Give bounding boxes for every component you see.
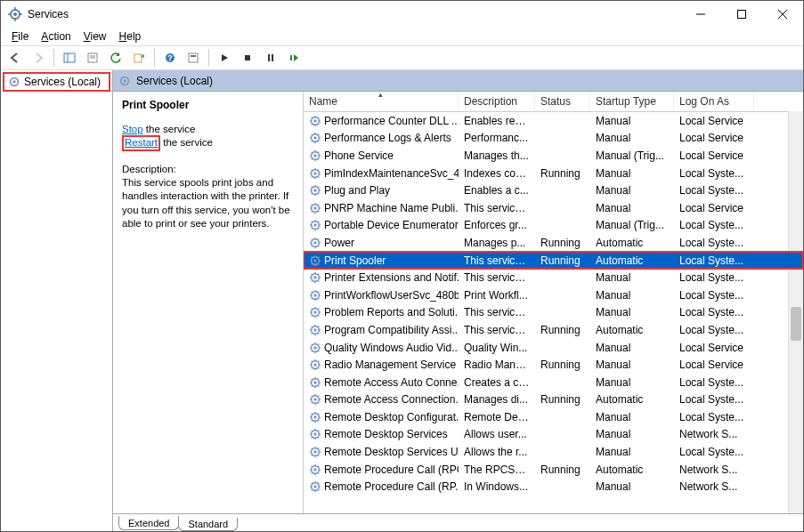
service-row[interactable]: Remote Access Connection...Manages di...… (304, 391, 803, 409)
services-header-icon (118, 75, 131, 87)
service-name: Performance Counter DLL ... (324, 115, 459, 127)
column-header-description[interactable]: Description (459, 92, 535, 111)
tree-node-services-local[interactable]: Services (Local) (3, 72, 110, 92)
service-row[interactable]: Phone ServiceManages th...Manual (Trig..… (304, 147, 803, 165)
service-startup: Manual (590, 202, 674, 214)
service-name: Plug and Play (324, 184, 390, 197)
properties-button[interactable] (82, 48, 103, 68)
stop-service-link[interactable]: Stop (122, 124, 143, 134)
svg-line-137 (318, 298, 319, 299)
svg-rect-19 (191, 55, 196, 57)
service-row[interactable]: Radio Management ServiceRadio Mana...Run… (304, 356, 803, 374)
service-desc: Remote Des... (459, 411, 535, 423)
service-row[interactable]: Remote Desktop Configurat...Remote Des..… (304, 408, 803, 426)
scrollbar-thumb[interactable] (791, 307, 801, 341)
service-row[interactable]: Remote Access Auto Conne...Creates a co.… (304, 374, 803, 391)
svg-line-216 (312, 438, 313, 439)
service-row[interactable]: Quality Windows Audio Vid...Quality Win.… (304, 339, 803, 357)
service-startup: Manual (590, 411, 674, 423)
svg-line-146 (312, 315, 313, 316)
toolbar-icon[interactable] (183, 48, 204, 68)
service-desc: This service ... (459, 254, 535, 267)
start-service-button[interactable] (214, 48, 235, 68)
scrollbar-vertical[interactable] (788, 111, 803, 513)
svg-line-167 (318, 351, 319, 351)
service-row[interactable]: Program Compatibility Assi...This servic… (304, 321, 803, 339)
service-row[interactable]: Printer Extensions and Notif...This serv… (304, 269, 803, 286)
svg-line-166 (312, 351, 313, 351)
column-header-name[interactable]: ▴Name (304, 92, 459, 111)
svg-line-106 (312, 246, 313, 246)
back-button[interactable] (4, 48, 26, 68)
list-rows[interactable]: Performance Counter DLL ...Enables rem..… (304, 112, 803, 513)
services-list-panel: ▴Name Description Status Startup Type Lo… (304, 92, 803, 513)
service-row[interactable]: PimIndexMaintenanceSvc_4...Indexes con..… (304, 165, 803, 182)
pause-service-button[interactable] (260, 48, 281, 68)
list-header: ▴Name Description Status Startup Type Lo… (304, 92, 803, 112)
service-row[interactable]: PNRP Machine Name Publi...This service .… (304, 199, 803, 217)
stop-service-button[interactable] (237, 48, 258, 68)
service-startup: Manual (Trig... (590, 219, 674, 231)
column-header-logon[interactable]: Log On As (674, 92, 754, 111)
titlebar: Services (1, 1, 803, 28)
show-hide-tree-button[interactable] (59, 48, 80, 68)
svg-line-34 (312, 117, 313, 117)
service-icon (309, 289, 321, 302)
svg-line-77 (318, 193, 319, 194)
svg-line-217 (318, 438, 319, 439)
service-row[interactable]: PowerManages p...RunningAutomaticLocal S… (304, 234, 803, 252)
svg-line-205 (318, 414, 319, 415)
service-row[interactable]: Remote Procedure Call (RPC)The RPCSS ...… (304, 461, 803, 479)
service-row[interactable]: Portable Device Enumerator...Enforces gr… (304, 217, 803, 235)
restart-service-button[interactable] (283, 48, 305, 68)
svg-point-229 (313, 468, 317, 472)
service-row[interactable]: Performance Logs & AlertsPerformanc...Ma… (304, 130, 803, 148)
service-row[interactable]: Performance Counter DLL ...Enables rem..… (304, 112, 803, 130)
service-row[interactable]: Print SpoolerThis service ...RunningAuto… (304, 252, 803, 270)
export-button[interactable] (128, 48, 150, 68)
close-button[interactable] (762, 1, 803, 28)
svg-line-85 (318, 204, 319, 205)
service-icon (309, 271, 321, 284)
svg-line-36 (312, 124, 313, 125)
service-startup: Manual (590, 271, 674, 284)
column-header-status[interactable]: Status (535, 92, 590, 111)
service-desc: Enables rem... (459, 115, 535, 127)
restart-service-link[interactable]: Restart (122, 135, 160, 151)
menu-help[interactable]: Help (114, 29, 147, 44)
service-startup: Manual (590, 480, 674, 493)
service-row[interactable]: Plug and PlayEnables a c...ManualLocal S… (304, 181, 803, 199)
forward-button[interactable] (28, 48, 49, 68)
svg-line-226 (312, 455, 313, 455)
service-name: Remote Procedure Call (RP... (324, 480, 459, 493)
service-row[interactable]: Remote Desktop Services U...Allows the r… (304, 443, 803, 461)
menu-action[interactable]: Action (36, 29, 76, 44)
service-row[interactable]: Remote Procedure Call (RP...In Windows..… (304, 478, 803, 496)
svg-line-245 (318, 483, 319, 484)
svg-line-206 (312, 420, 313, 421)
service-row[interactable]: Problem Reports and Soluti...This servic… (304, 304, 803, 322)
svg-point-27 (123, 79, 126, 83)
svg-line-117 (318, 263, 319, 264)
service-row[interactable]: PrintWorkflowUserSvc_480baPrint Workfl..… (304, 286, 803, 304)
service-name: Remote Desktop Services U... (324, 446, 459, 458)
tab-standard[interactable]: Standard (178, 518, 238, 531)
service-logon: Local Service (674, 359, 754, 371)
svg-line-175 (318, 361, 319, 362)
svg-point-79 (313, 206, 317, 210)
help-button[interactable]: ? (159, 48, 181, 68)
service-desc: Enforces gr... (459, 219, 535, 231)
service-row[interactable]: Remote Desktop ServicesAllows user...Man… (304, 426, 803, 444)
menu-view[interactable]: View (78, 29, 112, 44)
minimize-button[interactable] (680, 1, 721, 28)
maximize-button[interactable] (721, 1, 762, 28)
menu-file[interactable]: File (6, 29, 34, 44)
svg-line-196 (312, 402, 313, 403)
svg-point-119 (313, 276, 317, 279)
service-icon (309, 254, 321, 267)
svg-point-239 (313, 486, 317, 489)
column-header-startup[interactable]: Startup Type (590, 92, 674, 111)
service-logon: Local Syste... (674, 167, 754, 180)
tab-extended[interactable]: Extended (118, 516, 179, 530)
refresh-button[interactable] (105, 48, 126, 68)
